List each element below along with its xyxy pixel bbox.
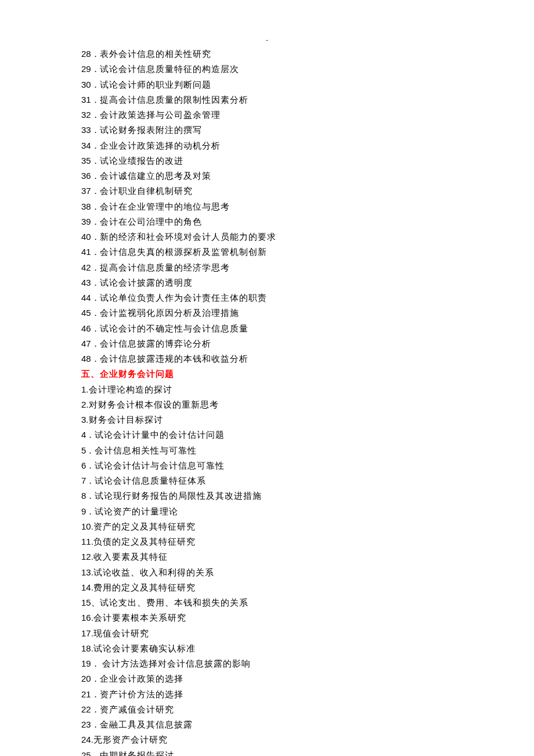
list-item: 12.收入要素及其特征 [81, 549, 453, 564]
list-item: 17.现值会计研究 [81, 626, 453, 641]
item-number: 11. [81, 537, 93, 546]
item-text: 试论会计师的职业判断问题 [100, 80, 211, 89]
item-text: 会计信息相关性与可靠性 [95, 446, 197, 455]
list-item: 8．试论现行财务报告的局限性及其改进措施 [81, 488, 453, 503]
item-text: 会计理论构造的探讨 [89, 385, 172, 394]
list-item: 39．会计在公司治理中的角色 [81, 214, 453, 229]
item-text: 提高会计信息质量的经济学思考 [100, 263, 230, 272]
list-item: 15、试论支出、费用、本钱和损失的关系 [81, 595, 453, 610]
item-text: 试论会计估计与会计信息可靠性 [95, 461, 225, 470]
item-number: 32． [81, 110, 100, 120]
item-text: 会计职业自律机制研究 [100, 186, 193, 196]
item-number: 37． [81, 186, 100, 196]
item-number: 14. [81, 582, 93, 592]
item-number: 44． [81, 293, 100, 303]
item-text: 试论资产的计量理论 [95, 507, 178, 516]
item-number: 19． [81, 658, 100, 668]
item-text: 试论支出、费用、本钱和损失的关系 [100, 598, 248, 607]
list-item: 37．会计职业自律机制研究 [81, 183, 453, 199]
item-number: 4． [81, 430, 95, 440]
item-text: 会计要素根本关系研究 [93, 613, 186, 622]
item-text: 试论收益、收入和利得的关系 [93, 568, 214, 577]
list-item: 28．表外会计信息的相关性研究 [81, 46, 453, 62]
item-text: 会计诚信建立的思考及对策 [100, 171, 211, 181]
list-item: 16.会计要素根本关系研究 [81, 610, 453, 625]
section-a-list: 28．表外会计信息的相关性研究29．试论会计信息质量特征的构造层次30．试论会计… [81, 46, 453, 366]
item-text: 负债的定义及其特征研究 [93, 537, 196, 546]
list-item: 38．会计在企业管理中的地位与思考 [81, 199, 453, 214]
item-text: 试论财务报表附注的撰写 [100, 125, 202, 135]
list-item: 6．试论会计估计与会计信息可靠性 [81, 458, 453, 473]
item-text: 新的经济和社会环境对会计人员能力的要求 [100, 232, 276, 242]
list-item: 13.试论收益、收入和利得的关系 [81, 565, 453, 580]
item-text: 费用的定义及其特征研究 [93, 583, 196, 592]
list-item: 22．资产减值会计研究 [81, 702, 453, 717]
item-number: 41． [81, 247, 100, 257]
item-number: 16. [81, 613, 93, 622]
item-text: 试论会计的不确定性与会计信息质量 [100, 324, 248, 333]
list-item: 19． 会计方法选择对会计信息披露的影响 [81, 656, 453, 671]
item-text: 会计监视弱化原因分析及治理措施 [100, 308, 239, 318]
item-number: 25． [81, 750, 100, 757]
list-item: 25．中期财务报告探讨 [81, 748, 453, 757]
item-text: 对财务会计根本假设的重新思考 [89, 400, 219, 409]
item-text: 提高会计信息质量的限制性因素分析 [100, 95, 248, 105]
item-number: 43． [81, 278, 100, 287]
item-number: 2. [81, 399, 89, 409]
item-number: 34． [81, 141, 100, 150]
item-number: 33． [81, 125, 100, 135]
item-text: 会计政策选择与公司盈余管理 [100, 110, 221, 120]
item-number: 9． [81, 506, 95, 516]
item-text: 会计信息披露的博弈论分析 [100, 339, 211, 348]
list-item: 40．新的经济和社会环境对会计人员能力的要求 [81, 229, 453, 244]
list-item: 41．会计信息失真的根源探析及监管机制创新 [81, 244, 453, 260]
list-item: 43．试论会计披露的透明度 [81, 275, 453, 290]
item-text: 试论会计要素确实认标准 [93, 644, 196, 653]
list-item: 24.无形资产会计研究 [81, 732, 453, 747]
item-number: 5． [81, 445, 95, 455]
top-mark: - [266, 36, 268, 45]
item-text: 金融工具及其信息披露 [100, 720, 193, 729]
list-item: 21．资产计价方法的选择 [81, 687, 453, 702]
item-text: 企业会计政策的选择 [100, 674, 183, 683]
item-text: 试论现行财务报告的局限性及其改进措施 [95, 491, 262, 501]
list-item: 48．会计信息披露违规的本钱和收益分析 [81, 351, 453, 366]
item-number: 13. [81, 567, 93, 577]
list-item: 1.会计理论构造的探讨 [81, 382, 453, 397]
list-item: 30．试论会计师的职业判断问题 [81, 77, 453, 92]
item-number: 42． [81, 262, 100, 272]
list-item: 29．试论会计信息质量特征的构造层次 [81, 62, 453, 77]
item-number: 46． [81, 323, 100, 333]
item-number: 17. [81, 628, 93, 638]
list-item: 23．金融工具及其信息披露 [81, 717, 453, 732]
list-item: 46．试论会计的不确定性与会计信息质量 [81, 321, 453, 336]
item-number: 23． [81, 719, 100, 729]
item-text: 无形资产会计研究 [93, 735, 168, 744]
list-item: 11.负债的定义及其特征研究 [81, 534, 453, 549]
item-number: 22． [81, 704, 100, 714]
item-text: 试论单位负责人作为会计责任主体的职责 [100, 293, 267, 303]
item-number: 36． [81, 171, 100, 181]
item-text: 会计信息披露违规的本钱和收益分析 [100, 354, 248, 363]
list-item: 3.财务会计目标探讨 [81, 412, 453, 427]
item-number: 21． [81, 689, 100, 699]
section-b-list: 1.会计理论构造的探讨2.对财务会计根本假设的重新思考3.财务会计目标探讨4．试… [81, 382, 453, 757]
item-number: 45． [81, 308, 100, 318]
list-item: 34．企业会计政策选择的动机分析 [81, 138, 453, 153]
item-number: 20． [81, 674, 100, 683]
list-item: 33．试论财务报表附注的撰写 [81, 123, 453, 138]
item-number: 31． [81, 95, 100, 105]
list-item: 42．提高会计信息质量的经济学思考 [81, 260, 453, 275]
item-number: 1. [81, 384, 89, 394]
item-text: 中期财务报告探讨 [100, 751, 174, 757]
list-item: 31．提高会计信息质量的限制性因素分析 [81, 92, 453, 107]
list-item: 18.试论会计要素确实认标准 [81, 641, 453, 656]
item-text: 试论业绩报告的改进 [100, 156, 183, 165]
list-item: 4．试论会计计量中的会计估计问题 [81, 427, 453, 442]
list-item: 32．会计政策选择与公司盈余管理 [81, 107, 453, 123]
item-number: 18. [81, 643, 93, 653]
document-page: - 28．表外会计信息的相关性研究29．试论会计信息质量特征的构造层次30．试论… [0, 0, 534, 756]
list-item: 9．试论资产的计量理论 [81, 504, 453, 519]
item-number: 6． [81, 460, 95, 470]
list-item: 35．试论业绩报告的改进 [81, 153, 453, 168]
